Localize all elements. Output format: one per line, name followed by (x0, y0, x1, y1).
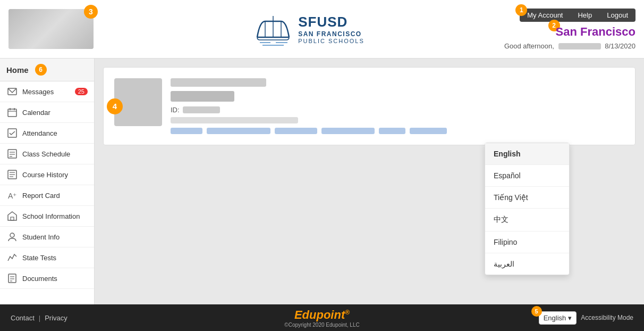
student-card-inner: 4 ID: (114, 78, 624, 134)
student-links (171, 128, 624, 134)
nav-buttons: My Account Help Logout (520, 9, 635, 22)
lang-option-espanol[interactable]: Español (485, 165, 569, 187)
attendance-icon (6, 127, 18, 139)
sfusd-acronym: SFUSD (298, 14, 365, 30)
sidebar-item-state-tests[interactable]: State Tests (0, 247, 94, 268)
sidebar-item-school-information[interactable]: School Information (0, 206, 94, 227)
student-id-value (183, 106, 220, 113)
header-nav: 1 My Account Help Logout (520, 9, 635, 22)
greeting-text: Good afternoon, (504, 42, 554, 50)
tests-icon (6, 252, 18, 263)
edupoint-logo: Edupoint® (284, 308, 359, 322)
edupoint-registered: ® (345, 308, 350, 316)
student-link-3[interactable] (275, 128, 317, 134)
student-link-6[interactable] (410, 128, 447, 134)
badge-3: 3 (84, 5, 98, 19)
sidebar-attendance-label: Attendance (22, 129, 57, 137)
student-name2-blur (171, 91, 234, 102)
svg-marker-23 (8, 212, 16, 220)
school-icon (6, 210, 18, 222)
student-link-4[interactable] (321, 128, 375, 134)
header-right: 1 My Account Help Logout 2 San Francisco… (504, 9, 635, 50)
footer-copyright: ©Copyright 2020 Edupoint, LLC (284, 322, 359, 328)
header-date: 8/13/2020 (605, 42, 635, 50)
main-layout: Home 6 Messages 25 Calendar Attendance (0, 59, 644, 304)
sfusd-full-name: SAN FRANCISCO (298, 30, 365, 38)
school-logo-area: SFUSD SAN FRANCISCO PUBLIC SCHOOLS (255, 11, 365, 48)
language-select-button[interactable]: English ▾ (539, 311, 577, 325)
sidebar-documents-label: Documents (22, 275, 57, 283)
sidebar-report-card-label: Report Card (22, 192, 60, 200)
messages-icon (6, 86, 18, 97)
footer-right: 5 English ▾ Accessibility Mode (539, 311, 633, 325)
privacy-link[interactable]: Privacy (45, 314, 67, 322)
svg-rect-9 (8, 109, 16, 117)
student-photo-area: ID: (114, 78, 624, 134)
badge-5: 5 (531, 306, 542, 317)
badge-4: 4 (107, 98, 123, 114)
sfusd-subtitle: PUBLIC SCHOOLS (298, 38, 365, 44)
sfusd-logo: SFUSD SAN FRANCISCO PUBLIC SCHOOLS (255, 11, 365, 48)
footer-links: Contact | Privacy (11, 314, 67, 322)
my-account-button[interactable]: My Account (520, 9, 570, 22)
district-name: San Francisco (556, 25, 635, 38)
svg-rect-13 (8, 129, 16, 137)
badge-1: 1 (515, 4, 527, 16)
footer-divider: | (39, 314, 40, 322)
calendar-icon (6, 106, 18, 118)
district-area: 2 San Francisco (556, 25, 635, 39)
sidebar-course-history-label: Course History (22, 171, 68, 179)
student-link-1[interactable] (171, 128, 202, 134)
sidebar-calendar-label: Calendar (22, 109, 50, 117)
sidebar-item-documents[interactable]: Documents (0, 268, 94, 289)
student-extra-1 (171, 117, 298, 123)
sfusd-text: SFUSD SAN FRANCISCO PUBLIC SCHOOLS (298, 14, 365, 44)
svg-text:A⁺: A⁺ (8, 192, 16, 200)
sidebar-item-class-schedule[interactable]: Class Schedule (0, 144, 94, 164)
svg-point-25 (10, 233, 14, 237)
help-button[interactable]: Help (570, 9, 599, 22)
logout-button[interactable]: Logout (599, 9, 635, 22)
sidebar-item-student-info[interactable]: Student Info (0, 227, 94, 247)
id-label: ID: (171, 106, 180, 114)
sidebar: Home 6 Messages 25 Calendar Attendance (0, 59, 95, 304)
language-dropdown: English Español Tiếng Việt 中文 Filipino ا… (485, 143, 570, 275)
student-link-5[interactable] (379, 128, 405, 134)
lang-option-vietnamese[interactable]: Tiếng Việt (485, 187, 569, 209)
sidebar-schedule-label: Class Schedule (22, 150, 70, 158)
student-info: ID: (171, 78, 624, 134)
avatar: 3 (9, 9, 94, 49)
sidebar-item-calendar[interactable]: Calendar (0, 102, 94, 123)
documents-icon (6, 272, 18, 284)
footer-brand: Edupoint® ©Copyright 2020 Edupoint, LLC (284, 308, 359, 328)
dropdown-chevron-icon: ▾ (568, 314, 572, 322)
header-avatar-area: 3 (9, 9, 115, 49)
user-name-blur (558, 43, 601, 49)
sidebar-item-messages[interactable]: Messages 25 (0, 81, 94, 102)
lang-option-english[interactable]: English (485, 143, 569, 165)
lang-option-filipino[interactable]: Filipino (485, 231, 569, 253)
student-link-2[interactable] (207, 128, 270, 134)
language-select-label: English (544, 314, 566, 322)
lang-option-chinese[interactable]: 中文 (485, 209, 569, 231)
messages-count-badge: 25 (75, 88, 88, 95)
sidebar-state-tests-label: State Tests (22, 254, 56, 262)
lang-option-arabic[interactable]: العربية (485, 253, 569, 275)
sidebar-item-attendance[interactable]: Attendance (0, 123, 94, 144)
badge-6: 6 (35, 64, 47, 76)
header: 3 SFUSD SAN FRANCISCO (0, 0, 644, 59)
sidebar-item-course-history[interactable]: Course History (0, 164, 94, 185)
contact-link[interactable]: Contact (11, 314, 35, 322)
student-icon (6, 231, 18, 243)
sidebar-school-info-label: School Information (22, 212, 80, 220)
edupoint-name: Edupoint (294, 308, 345, 321)
main-content: 4 ID: (95, 59, 644, 304)
student-name-blur (171, 78, 266, 87)
sidebar-item-report-card[interactable]: A⁺ Report Card (0, 185, 94, 206)
home-label: Home (6, 65, 29, 75)
sfusd-icon (255, 11, 292, 48)
student-card: 4 ID: (103, 67, 635, 145)
footer: Contact | Privacy Edupoint® ©Copyright 2… (0, 304, 644, 331)
sidebar-home[interactable]: Home 6 (0, 59, 94, 81)
accessibility-mode-label: Accessibility Mode (581, 314, 633, 321)
